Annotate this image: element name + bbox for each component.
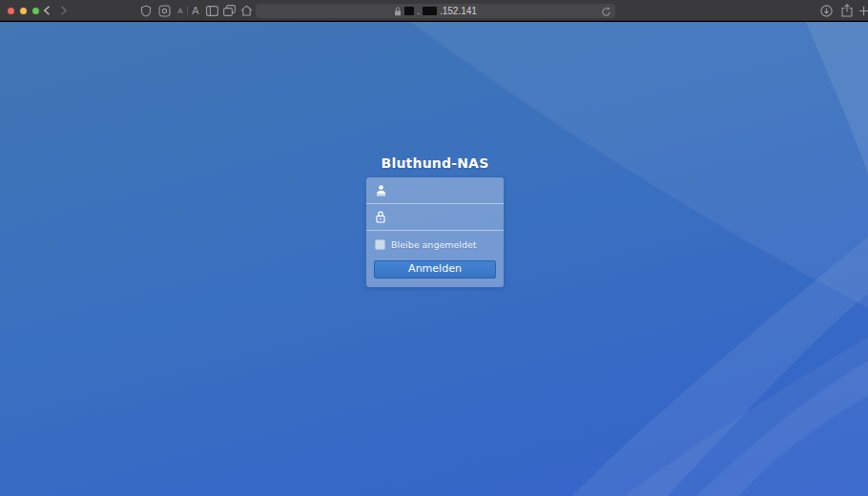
password-input[interactable] — [395, 208, 495, 227]
padlock-icon — [375, 211, 387, 223]
chevron-left-icon — [43, 6, 51, 15]
submit-row: Anmelden — [366, 256, 504, 287]
login-button[interactable]: Anmelden — [374, 260, 496, 279]
url-separator: . — [417, 4, 420, 18]
chevron-right-icon — [60, 6, 68, 15]
forward-button[interactable] — [57, 0, 71, 21]
browser-titlebar: A A . .152.141 — [0, 0, 868, 21]
window-controls — [8, 8, 39, 14]
text-smaller-icon[interactable]: A — [176, 0, 185, 21]
redacted-url-segment — [404, 7, 414, 15]
downloads-icon[interactable] — [818, 0, 834, 21]
close-window-button[interactable] — [8, 8, 14, 14]
username-row — [366, 177, 504, 204]
home-icon[interactable] — [239, 0, 254, 21]
share-icon[interactable] — [839, 0, 854, 21]
nas-title: Bluthund-NAS — [366, 155, 504, 171]
remember-me-row[interactable]: Bleibe angemeldet — [366, 233, 504, 256]
url-text: .152.141 — [440, 4, 477, 18]
back-button[interactable] — [40, 0, 53, 21]
minimize-window-button[interactable] — [20, 8, 27, 14]
reload-button[interactable] — [601, 6, 611, 20]
redacted-url-segment — [423, 7, 437, 15]
zoom-window-button[interactable] — [32, 8, 39, 14]
privacy-report-icon[interactable] — [157, 0, 171, 21]
lock-icon — [394, 7, 402, 16]
username-input[interactable] — [395, 181, 495, 200]
reload-icon — [601, 7, 611, 17]
password-row — [366, 204, 504, 231]
login-panel-container: Bluthund-NAS Bleibe angemeldet Anmelden — [366, 155, 504, 287]
user-icon — [375, 184, 387, 196]
shield-icon[interactable] — [139, 0, 153, 21]
toolbar-divider — [187, 6, 188, 15]
tab-overview-icon[interactable] — [222, 0, 237, 21]
remember-me-label: Bleibe angemeldet — [391, 239, 477, 250]
text-larger-icon[interactable]: A — [190, 0, 201, 21]
login-form: Bleibe angemeldet Anmelden — [366, 177, 504, 287]
remember-me-checkbox[interactable] — [375, 239, 385, 250]
new-tab-icon[interactable] — [857, 0, 868, 21]
address-bar[interactable]: . .152.141 — [256, 4, 615, 18]
nas-login-page: Bluthund-NAS Bleibe angemeldet Anmelden — [0, 22, 868, 496]
sidebar-icon[interactable] — [205, 0, 219, 21]
